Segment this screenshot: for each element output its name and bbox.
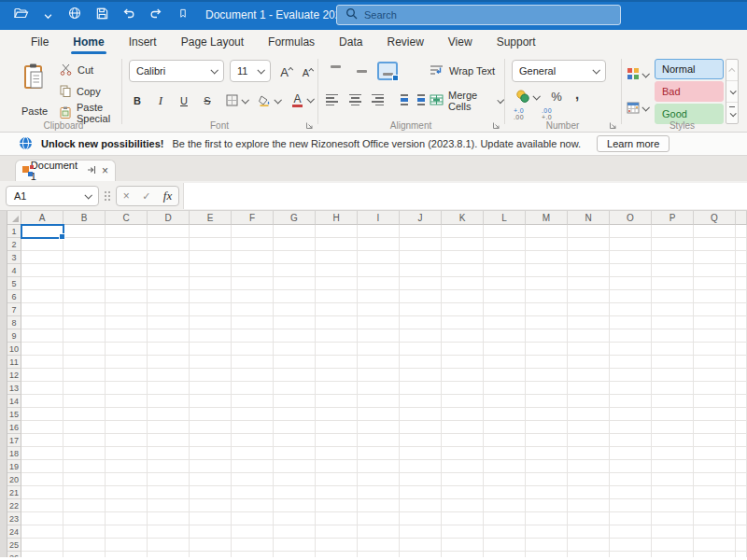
cell-P17[interactable] <box>652 434 694 447</box>
cell-F19[interactable] <box>232 460 274 473</box>
cell-K20[interactable] <box>442 473 484 486</box>
cell-O8[interactable] <box>610 316 652 329</box>
cell-E1[interactable] <box>190 225 232 238</box>
cell-C18[interactable] <box>106 447 148 460</box>
cell-partial-23[interactable] <box>736 512 747 525</box>
learn-more-button[interactable]: Learn more <box>597 135 669 152</box>
pin-tab-icon[interactable] <box>87 165 96 176</box>
ribbon-tab-insert[interactable]: Insert <box>117 30 169 54</box>
cell-B26[interactable] <box>63 552 106 557</box>
cell-J2[interactable] <box>400 238 442 251</box>
fill-color-button[interactable] <box>255 91 283 110</box>
cell-I8[interactable] <box>358 316 400 329</box>
cell-F20[interactable] <box>232 473 274 486</box>
cell-M8[interactable] <box>526 316 568 329</box>
cell-O4[interactable] <box>610 264 652 277</box>
cell-I21[interactable] <box>358 486 400 499</box>
cell-P16[interactable] <box>652 421 694 434</box>
cell-A12[interactable] <box>21 369 63 382</box>
row-header-20[interactable]: 20 <box>7 473 21 486</box>
cell-M14[interactable] <box>526 395 568 408</box>
align-left-button[interactable] <box>323 91 342 108</box>
cell-L9[interactable] <box>484 329 526 343</box>
cell-G20[interactable] <box>274 473 316 486</box>
cell-O21[interactable] <box>610 486 652 499</box>
cell-I4[interactable] <box>358 264 400 277</box>
row-header-6[interactable]: 6 <box>7 290 21 303</box>
cell-J15[interactable] <box>400 408 442 421</box>
open-recent-dropdown[interactable] <box>38 5 57 25</box>
cell-H6[interactable] <box>316 290 358 303</box>
cell-I13[interactable] <box>358 382 400 395</box>
cell-N5[interactable] <box>568 277 610 290</box>
cell-A14[interactable] <box>21 395 63 408</box>
cell-Q7[interactable] <box>694 303 736 316</box>
ribbon-tab-home[interactable]: Home <box>61 30 116 54</box>
cell-H25[interactable] <box>316 539 358 552</box>
cell-D3[interactable] <box>148 251 190 264</box>
cell-J19[interactable] <box>400 460 442 473</box>
cell-A22[interactable] <box>21 499 63 512</box>
column-header-L[interactable]: L <box>484 211 526 225</box>
styles-scroll-down-button[interactable] <box>726 81 738 103</box>
cell-N8[interactable] <box>568 316 610 329</box>
cell-N14[interactable] <box>568 395 610 408</box>
cell-A24[interactable] <box>21 525 63 539</box>
cell-partial-14[interactable] <box>736 395 747 408</box>
cell-O17[interactable] <box>610 434 652 447</box>
cell-H16[interactable] <box>316 421 358 434</box>
cell-partial-18[interactable] <box>736 447 747 460</box>
cell-E15[interactable] <box>190 408 232 421</box>
cell-N4[interactable] <box>568 264 610 277</box>
cell-B5[interactable] <box>63 277 106 290</box>
paste-special-button[interactable]: Paste Special <box>58 104 121 122</box>
cell-E7[interactable] <box>190 303 232 316</box>
cell-partial-22[interactable] <box>736 499 747 512</box>
cell-L14[interactable] <box>484 395 526 408</box>
cell-J9[interactable] <box>400 329 442 343</box>
cell-F24[interactable] <box>232 525 274 539</box>
save-button[interactable] <box>92 5 111 25</box>
cell-P5[interactable] <box>652 277 694 290</box>
shrink-font-button[interactable]: A <box>301 65 316 80</box>
cell-B11[interactable] <box>63 356 106 369</box>
cell-H24[interactable] <box>316 525 358 539</box>
cell-Q2[interactable] <box>694 238 736 251</box>
cell-Q1[interactable] <box>694 225 736 238</box>
cell-A15[interactable] <box>21 408 63 421</box>
cell-A13[interactable] <box>21 382 63 395</box>
column-header-partial[interactable] <box>736 211 747 225</box>
cell-K19[interactable] <box>442 460 484 473</box>
cell-L2[interactable] <box>484 238 526 251</box>
cell-H13[interactable] <box>316 382 358 395</box>
underline-button[interactable]: U <box>176 91 192 110</box>
cell-Q17[interactable] <box>694 434 736 447</box>
cell-H14[interactable] <box>316 395 358 408</box>
cell-F10[interactable] <box>232 343 274 356</box>
cell-B16[interactable] <box>63 421 106 434</box>
cell-M16[interactable] <box>526 421 568 434</box>
cell-I24[interactable] <box>358 525 400 539</box>
cell-P8[interactable] <box>652 316 694 329</box>
cell-D14[interactable] <box>148 395 190 408</box>
cell-A6[interactable] <box>21 290 63 303</box>
cell-B12[interactable] <box>63 369 106 382</box>
cell-partial-8[interactable] <box>736 316 747 329</box>
cell-G10[interactable] <box>274 343 316 356</box>
cell-I5[interactable] <box>358 277 400 290</box>
decrease-decimal-button[interactable]: .00+.0 <box>542 107 552 120</box>
formula-bar-grip[interactable] <box>105 191 111 202</box>
cell-F8[interactable] <box>232 316 274 329</box>
cell-H17[interactable] <box>316 434 358 447</box>
cell-A20[interactable] <box>21 473 63 486</box>
cell-J3[interactable] <box>400 251 442 264</box>
cell-L25[interactable] <box>484 539 526 552</box>
cell-E2[interactable] <box>190 238 232 251</box>
column-header-D[interactable]: D <box>148 211 190 225</box>
column-header-H[interactable]: H <box>316 211 358 225</box>
cell-L18[interactable] <box>484 447 526 460</box>
cell-N2[interactable] <box>568 238 610 251</box>
row-header-11[interactable]: 11 <box>7 356 21 369</box>
row-header-17[interactable]: 17 <box>7 434 21 447</box>
cell-D16[interactable] <box>148 421 190 434</box>
